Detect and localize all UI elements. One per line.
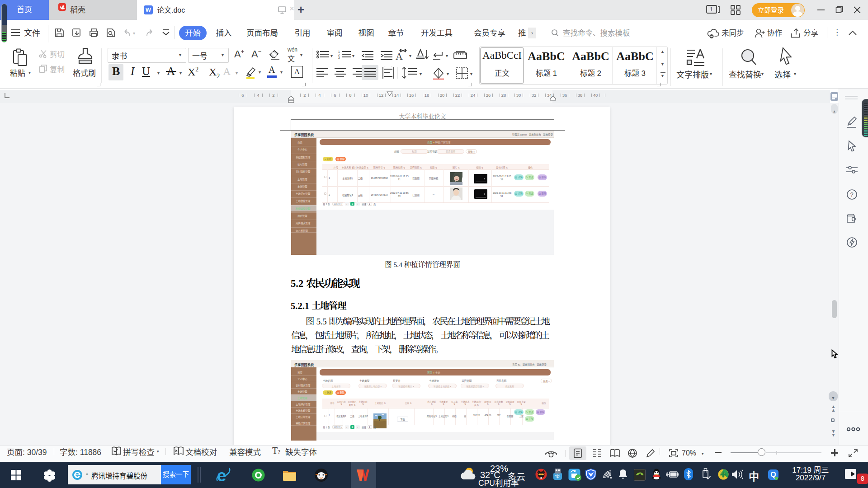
svg-text:3: 3 [338, 56, 340, 59]
svg-text:?: ? [850, 191, 854, 198]
svg-text:1: 1 [710, 6, 713, 13]
svg-text:A: A [396, 51, 403, 61]
